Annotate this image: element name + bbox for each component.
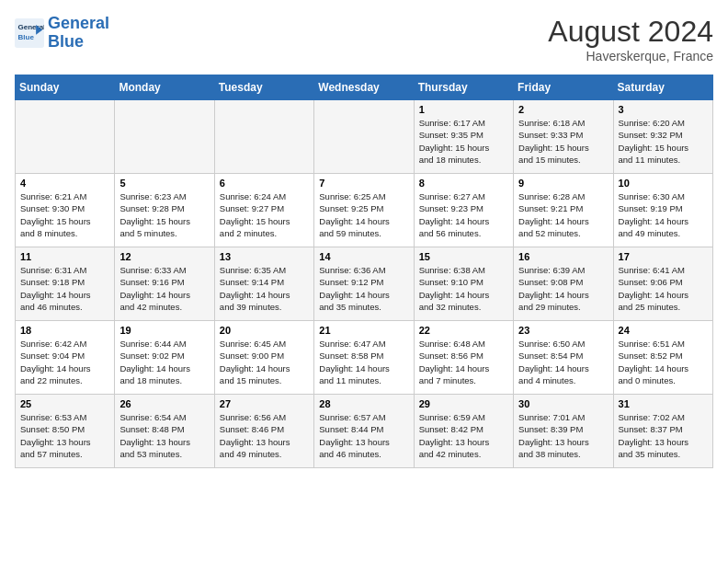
page-header: General Blue General Blue August 2024 Ha… — [15, 15, 713, 63]
day-cell: 22Sunrise: 6:48 AMSunset: 8:56 PMDayligh… — [414, 321, 513, 395]
day-cell: 23Sunrise: 6:50 AMSunset: 8:54 PMDayligh… — [514, 321, 613, 395]
day-info: Sunrise: 6:17 AMSunset: 9:35 PMDaylight:… — [419, 117, 508, 166]
day-number: 27 — [220, 398, 309, 409]
day-number: 21 — [319, 325, 408, 336]
day-number: 17 — [619, 251, 708, 262]
week-row-3: 11Sunrise: 6:31 AMSunset: 9:18 PMDayligh… — [16, 247, 713, 321]
day-cell: 1Sunrise: 6:17 AMSunset: 9:35 PMDaylight… — [414, 100, 513, 174]
day-info: Sunrise: 6:31 AMSunset: 9:18 PMDaylight:… — [20, 264, 109, 313]
day-cell: 26Sunrise: 6:54 AMSunset: 8:48 PMDayligh… — [115, 395, 214, 468]
weekday-header-tuesday: Tuesday — [214, 75, 313, 100]
day-cell: 11Sunrise: 6:31 AMSunset: 9:18 PMDayligh… — [16, 247, 115, 321]
day-number: 2 — [518, 104, 608, 115]
day-number: 8 — [419, 178, 508, 189]
day-cell: 7Sunrise: 6:25 AMSunset: 9:25 PMDaylight… — [314, 174, 414, 247]
month-year: August 2024 — [548, 15, 713, 49]
day-cell: 16Sunrise: 6:39 AMSunset: 9:08 PMDayligh… — [514, 247, 613, 321]
day-info: Sunrise: 6:50 AMSunset: 8:54 PMDaylight:… — [518, 338, 608, 386]
day-info: Sunrise: 6:57 AMSunset: 8:44 PMDaylight:… — [319, 411, 408, 460]
weekday-header-monday: Monday — [115, 75, 214, 100]
day-number: 6 — [220, 178, 309, 189]
day-cell — [16, 100, 115, 174]
week-row-5: 25Sunrise: 6:53 AMSunset: 8:50 PMDayligh… — [16, 395, 713, 468]
day-number: 5 — [119, 178, 209, 189]
day-number: 4 — [20, 178, 109, 189]
day-cell: 24Sunrise: 6:51 AMSunset: 8:52 PMDayligh… — [613, 321, 712, 395]
day-info: Sunrise: 6:28 AMSunset: 9:21 PMDaylight:… — [518, 190, 608, 239]
day-info: Sunrise: 6:39 AMSunset: 9:08 PMDaylight:… — [518, 264, 608, 313]
day-info: Sunrise: 6:35 AMSunset: 9:14 PMDaylight:… — [220, 264, 309, 313]
day-info: Sunrise: 6:45 AMSunset: 9:00 PMDaylight:… — [220, 338, 309, 386]
day-cell: 29Sunrise: 6:59 AMSunset: 8:42 PMDayligh… — [414, 395, 513, 468]
day-number: 24 — [619, 325, 708, 336]
logo: General Blue General Blue — [15, 15, 109, 52]
day-info: Sunrise: 6:44 AMSunset: 9:02 PMDaylight:… — [119, 338, 209, 386]
svg-text:Blue: Blue — [18, 33, 35, 41]
day-cell: 31Sunrise: 7:02 AMSunset: 8:37 PMDayligh… — [613, 395, 712, 468]
day-cell — [214, 100, 313, 174]
day-number: 3 — [619, 104, 708, 115]
day-info: Sunrise: 6:33 AMSunset: 9:16 PMDaylight:… — [119, 264, 209, 313]
weekday-header-saturday: Saturday — [613, 75, 712, 100]
day-cell: 27Sunrise: 6:56 AMSunset: 8:46 PMDayligh… — [214, 395, 313, 468]
day-cell: 2Sunrise: 6:18 AMSunset: 9:33 PMDaylight… — [514, 100, 613, 174]
day-number: 29 — [419, 398, 508, 409]
day-cell: 8Sunrise: 6:27 AMSunset: 9:23 PMDaylight… — [414, 174, 513, 247]
day-info: Sunrise: 6:30 AMSunset: 9:19 PMDaylight:… — [619, 190, 708, 239]
day-info: Sunrise: 6:48 AMSunset: 8:56 PMDaylight:… — [419, 338, 508, 386]
day-info: Sunrise: 6:21 AMSunset: 9:30 PMDaylight:… — [20, 190, 109, 239]
day-number: 23 — [518, 325, 608, 336]
day-info: Sunrise: 6:20 AMSunset: 9:32 PMDaylight:… — [619, 117, 708, 166]
day-info: Sunrise: 6:27 AMSunset: 9:23 PMDaylight:… — [419, 190, 508, 239]
day-cell: 17Sunrise: 6:41 AMSunset: 9:06 PMDayligh… — [613, 247, 712, 321]
calendar-body: 1Sunrise: 6:17 AMSunset: 9:35 PMDaylight… — [16, 100, 713, 468]
day-cell: 19Sunrise: 6:44 AMSunset: 9:02 PMDayligh… — [115, 321, 214, 395]
logo-icon: General Blue — [15, 18, 44, 48]
day-info: Sunrise: 6:51 AMSunset: 8:52 PMDaylight:… — [619, 338, 708, 386]
logo-text: General Blue — [48, 15, 109, 52]
calendar-table: SundayMondayTuesdayWednesdayThursdayFrid… — [15, 75, 713, 468]
weekday-header-row: SundayMondayTuesdayWednesdayThursdayFrid… — [16, 75, 713, 100]
weekday-header-sunday: Sunday — [16, 75, 115, 100]
day-cell: 18Sunrise: 6:42 AMSunset: 9:04 PMDayligh… — [16, 321, 115, 395]
day-number: 16 — [518, 251, 608, 262]
day-number: 19 — [119, 325, 209, 336]
day-cell: 25Sunrise: 6:53 AMSunset: 8:50 PMDayligh… — [16, 395, 115, 468]
weekday-header-wednesday: Wednesday — [314, 75, 414, 100]
weekday-header-thursday: Thursday — [414, 75, 513, 100]
week-row-1: 1Sunrise: 6:17 AMSunset: 9:35 PMDaylight… — [16, 100, 713, 174]
day-number: 18 — [20, 325, 109, 336]
day-cell: 10Sunrise: 6:30 AMSunset: 9:19 PMDayligh… — [613, 174, 712, 247]
day-number: 15 — [419, 251, 508, 262]
day-cell: 3Sunrise: 6:20 AMSunset: 9:32 PMDaylight… — [613, 100, 712, 174]
week-row-2: 4Sunrise: 6:21 AMSunset: 9:30 PMDaylight… — [16, 174, 713, 247]
day-number: 10 — [619, 178, 708, 189]
day-info: Sunrise: 6:38 AMSunset: 9:10 PMDaylight:… — [419, 264, 508, 313]
day-cell: 13Sunrise: 6:35 AMSunset: 9:14 PMDayligh… — [214, 247, 313, 321]
day-number: 14 — [319, 251, 408, 262]
day-info: Sunrise: 6:59 AMSunset: 8:42 PMDaylight:… — [419, 411, 508, 460]
day-info: Sunrise: 6:54 AMSunset: 8:48 PMDaylight:… — [119, 411, 209, 460]
day-number: 9 — [518, 178, 608, 189]
day-cell: 30Sunrise: 7:01 AMSunset: 8:39 PMDayligh… — [514, 395, 613, 468]
day-number: 28 — [319, 398, 408, 409]
day-info: Sunrise: 7:01 AMSunset: 8:39 PMDaylight:… — [518, 411, 608, 460]
location: Haverskerque, France — [548, 49, 713, 63]
day-info: Sunrise: 6:24 AMSunset: 9:27 PMDaylight:… — [220, 190, 309, 239]
day-info: Sunrise: 6:25 AMSunset: 9:25 PMDaylight:… — [319, 190, 408, 239]
day-number: 11 — [20, 251, 109, 262]
day-cell: 4Sunrise: 6:21 AMSunset: 9:30 PMDaylight… — [16, 174, 115, 247]
day-cell: 21Sunrise: 6:47 AMSunset: 8:58 PMDayligh… — [314, 321, 414, 395]
day-number: 12 — [119, 251, 209, 262]
day-cell: 9Sunrise: 6:28 AMSunset: 9:21 PMDaylight… — [514, 174, 613, 247]
day-number: 26 — [119, 398, 209, 409]
day-number: 22 — [419, 325, 508, 336]
day-info: Sunrise: 6:23 AMSunset: 9:28 PMDaylight:… — [119, 190, 209, 239]
day-cell: 15Sunrise: 6:38 AMSunset: 9:10 PMDayligh… — [414, 247, 513, 321]
day-cell — [314, 100, 414, 174]
day-cell: 12Sunrise: 6:33 AMSunset: 9:16 PMDayligh… — [115, 247, 214, 321]
day-info: Sunrise: 6:56 AMSunset: 8:46 PMDaylight:… — [220, 411, 309, 460]
day-info: Sunrise: 6:41 AMSunset: 9:06 PMDaylight:… — [619, 264, 708, 313]
day-info: Sunrise: 6:53 AMSunset: 8:50 PMDaylight:… — [20, 411, 109, 460]
weekday-header-friday: Friday — [514, 75, 613, 100]
